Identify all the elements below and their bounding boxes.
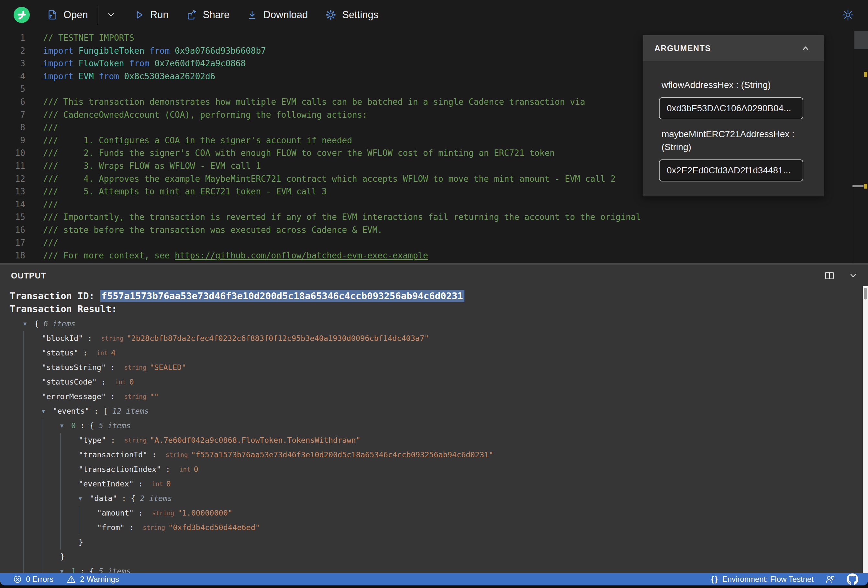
- indent-guide: [23, 346, 42, 360]
- settings-button[interactable]: Settings: [325, 9, 378, 21]
- code-line[interactable]: 15/// Importantly, the transaction is re…: [0, 211, 853, 224]
- item-count: 5 items: [99, 419, 131, 433]
- share-label: Share: [203, 9, 230, 21]
- code-text: /// state before the transaction was exe…: [25, 224, 382, 237]
- line-number: 9: [0, 134, 25, 147]
- indent-guide: [23, 506, 42, 520]
- share-button[interactable]: Share: [186, 9, 230, 21]
- line-number: 16: [0, 224, 25, 237]
- collapse-triangle-icon[interactable]: ▼: [60, 564, 71, 573]
- indent-guide: [23, 375, 42, 389]
- indent-guide: [42, 433, 60, 448]
- code-text: import FlowToken from 0x7e60df042a9c0868: [25, 57, 246, 70]
- indent-guide: [23, 491, 42, 506]
- value-type-label: string: [161, 448, 191, 462]
- indent-guide: [23, 331, 42, 346]
- collapse-triangle-icon[interactable]: ▼: [60, 419, 71, 433]
- json-tree-row: ▼"data" : {2 items: [10, 491, 868, 506]
- theme-toggle-sun-icon[interactable]: [841, 9, 855, 21]
- github-icon[interactable]: [847, 573, 858, 585]
- json-key: "statusCode": [42, 375, 97, 389]
- indent-guide: [60, 535, 79, 550]
- arguments-body: wflowAddressHex : (String)maybeMintERC72…: [643, 61, 824, 196]
- json-value: "SEALED": [149, 360, 186, 375]
- argument-label-1: maybeMintERC721AddressHex : (String): [661, 128, 805, 154]
- code-text: /// 5. Attempts to mint an ERC721 token …: [25, 185, 327, 198]
- line-number: 17: [0, 237, 25, 250]
- download-button[interactable]: Download: [246, 9, 308, 21]
- value-type-label: int: [92, 346, 111, 360]
- collapse-triangle-icon[interactable]: ▼: [42, 404, 53, 419]
- collapse-output-chevron-icon[interactable]: [848, 270, 858, 281]
- json-value: "2b28cbfb87da2cfec4f0232c6f883f0f12c95b3…: [127, 331, 429, 346]
- warning-marker-1: [864, 72, 867, 77]
- open-file-icon: [47, 9, 58, 21]
- array-index: 1: [71, 564, 76, 573]
- editor-scrollbar-thumb[interactable]: [855, 31, 868, 49]
- code-line[interactable]: 16/// state before the transaction was e…: [0, 224, 853, 237]
- line-number: 6: [0, 96, 25, 109]
- indent-guide: [60, 462, 79, 477]
- code-text: /// Importantly, the transaction is reve…: [25, 211, 641, 224]
- json-value: 4: [111, 346, 115, 360]
- json-tree-row: }: [10, 535, 868, 550]
- run-button[interactable]: Run: [133, 9, 168, 21]
- flow-logo-icon[interactable]: [13, 7, 30, 23]
- toolbar: Open Run Share: [0, 0, 868, 30]
- arguments-header[interactable]: ARGUMENTS: [643, 35, 824, 61]
- download-icon: [246, 9, 258, 21]
- collapse-triangle-icon[interactable]: ▼: [79, 491, 90, 506]
- json-key: "status": [42, 346, 78, 360]
- value-type-label: string: [120, 389, 150, 404]
- indent-guide: [79, 520, 97, 535]
- code-text: // TESTNET IMPORTS: [25, 32, 134, 45]
- indent-guide: [42, 564, 60, 573]
- indent-guide: [42, 535, 60, 550]
- indent-guide: [23, 360, 42, 375]
- open-button[interactable]: Open: [47, 9, 88, 21]
- json-tree-row: ▼0 : {5 items: [10, 419, 868, 433]
- indent-guide: [60, 491, 79, 506]
- collapse-chevron-up-icon[interactable]: [800, 43, 811, 54]
- indent-guide: [23, 404, 42, 419]
- line-number: 5: [0, 83, 25, 96]
- json-key: "transactionIndex": [79, 462, 161, 477]
- json-value: "A.7e60df042a9c0868.FlowToken.TokensWith…: [150, 433, 360, 448]
- transaction-id-value[interactable]: f557a1573b76aa53e73d46f3e10d200d5c18a653…: [100, 290, 464, 302]
- feedback-person-icon[interactable]: [825, 574, 836, 585]
- split-panel-icon[interactable]: [824, 270, 835, 281]
- indent-guide: [23, 462, 42, 477]
- json-key: "statusString": [42, 360, 106, 375]
- json-key: "data": [90, 491, 117, 506]
- indent-guide: [60, 506, 79, 520]
- errors-label: 0 Errors: [26, 575, 53, 584]
- indent-guide: [42, 477, 60, 491]
- indent-guide: [23, 389, 42, 404]
- code-editor[interactable]: 1// TESTNET IMPORTS2import FungibleToken…: [0, 30, 868, 263]
- indent-guide: [42, 506, 60, 520]
- code-line[interactable]: 14///: [0, 198, 853, 211]
- code-text: /// This transaction demonstrates how mu…: [25, 96, 585, 109]
- warnings-status[interactable]: 2 Warnings: [66, 575, 119, 584]
- code-link[interactable]: https://github.com/onflow/batched-evm-ex…: [175, 251, 428, 260]
- code-line[interactable]: 18/// For more context, see https://gith…: [0, 249, 853, 262]
- arguments-title: ARGUMENTS: [654, 44, 711, 53]
- open-dropdown-chevron-icon[interactable]: [105, 9, 117, 21]
- output-scrollbar-thumb[interactable]: [864, 288, 867, 299]
- output-scrollbar-track[interactable]: [863, 286, 868, 573]
- item-count: 6 items: [43, 317, 75, 331]
- value-type-label: string: [138, 520, 168, 535]
- argument-input-1[interactable]: [659, 159, 803, 181]
- code-line[interactable]: 17///: [0, 237, 853, 250]
- errors-status[interactable]: 0 Errors: [13, 575, 53, 584]
- json-value: "1.00000000": [177, 506, 232, 520]
- run-label: Run: [150, 9, 168, 21]
- argument-input-0[interactable]: [659, 97, 803, 119]
- line-number: 10: [0, 147, 25, 160]
- share-icon: [186, 9, 198, 21]
- toolbar-divider: [98, 6, 98, 24]
- collapse-triangle-icon[interactable]: ▼: [23, 317, 34, 331]
- environment-status[interactable]: { } Environment: Flow Testnet: [711, 575, 813, 584]
- value-type-label: string: [148, 506, 178, 520]
- line-number: 1: [0, 32, 25, 45]
